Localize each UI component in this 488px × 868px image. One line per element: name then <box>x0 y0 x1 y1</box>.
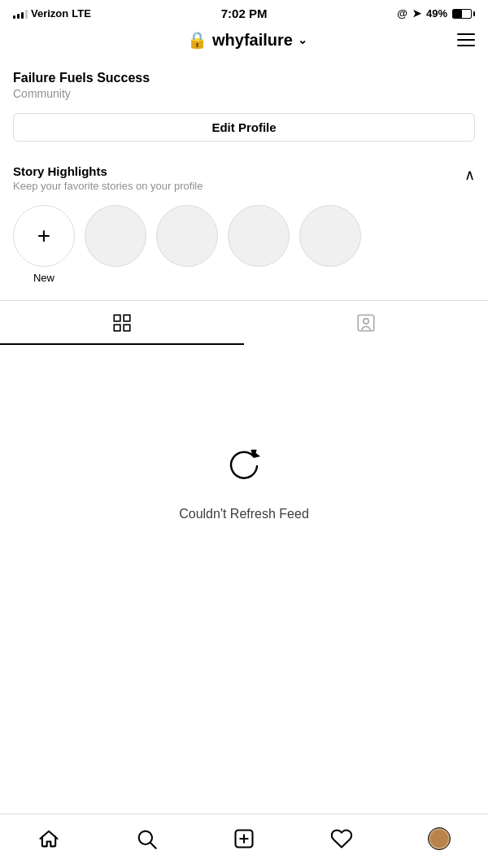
refresh-icon <box>223 445 265 487</box>
menu-line-1 <box>457 33 475 35</box>
bottom-navigation <box>0 813 488 868</box>
new-story-label: New <box>33 272 54 284</box>
network: LTE <box>72 7 91 20</box>
story-new-button[interactable]: + New <box>13 205 75 284</box>
svg-rect-3 <box>124 325 130 331</box>
status-time: 7:02 PM <box>221 7 268 20</box>
svg-rect-0 <box>114 315 120 321</box>
tagged-icon <box>355 312 377 334</box>
error-message: Couldn't Refresh Feed <box>179 507 309 521</box>
nav-activity[interactable] <box>321 822 362 855</box>
nav-home[interactable] <box>28 822 69 855</box>
refresh-icon-wrapper <box>223 445 265 491</box>
highlight-circle-3[interactable] <box>228 205 290 284</box>
menu-line-3 <box>457 45 475 46</box>
svg-point-5 <box>364 319 369 325</box>
nav-new-post[interactable] <box>224 822 264 855</box>
highlight-circle-2[interactable] <box>156 205 218 284</box>
svg-rect-2 <box>114 325 120 331</box>
highlights-title: Story Highlights <box>13 164 464 178</box>
header: 🔒 whyfailure ⌄ <box>0 24 488 58</box>
avatar[interactable] <box>428 827 451 850</box>
highlights-chevron-icon[interactable]: ∧ <box>464 166 475 184</box>
highlight-4[interactable] <box>299 205 361 267</box>
status-bar: Verizon LTE 7:02 PM @ ➤ 49% <box>0 0 488 24</box>
highlight-1[interactable] <box>85 205 146 267</box>
highlights-info: Story Highlights Keep your favorite stor… <box>13 164 464 192</box>
highlight-circle-4[interactable] <box>299 205 361 284</box>
battery-percentage: 49% <box>426 7 447 20</box>
home-icon <box>37 827 60 850</box>
profile-name: Failure Fuels Success <box>13 71 475 85</box>
signal-bars <box>13 9 28 19</box>
svg-rect-4 <box>358 315 374 331</box>
search-icon <box>135 827 158 850</box>
edit-profile-button[interactable]: Edit Profile <box>13 113 475 142</box>
username: whyfailure <box>212 31 293 50</box>
profile-subtitle: Community <box>13 87 475 100</box>
carrier: Verizon <box>31 7 68 20</box>
location-icon: @ <box>397 7 407 20</box>
heart-icon <box>330 827 353 850</box>
avatar-image <box>430 830 448 848</box>
lock-icon: 🔒 <box>187 30 207 50</box>
status-left: Verizon LTE <box>13 7 91 20</box>
profile-section: Failure Fuels Success Community <box>0 58 488 110</box>
svg-line-8 <box>150 843 155 848</box>
svg-marker-6 <box>252 451 255 457</box>
nav-profile[interactable] <box>419 822 460 855</box>
new-post-icon <box>233 827 255 850</box>
tab-grid[interactable] <box>0 301 244 345</box>
grid-icon <box>111 312 133 334</box>
content-tabs <box>0 300 488 345</box>
battery-indicator <box>452 9 475 19</box>
highlight-circle-1[interactable] <box>85 205 146 284</box>
highlights-header: Story Highlights Keep your favorite stor… <box>0 155 488 195</box>
plus-icon: + <box>37 225 50 247</box>
navigation-icon: ➤ <box>412 7 421 20</box>
story-highlights-row: + New <box>0 195 488 300</box>
menu-line-2 <box>457 39 475 41</box>
status-right: @ ➤ 49% <box>397 7 475 20</box>
chevron-down-icon: ⌄ <box>298 33 307 46</box>
svg-rect-1 <box>124 315 130 321</box>
menu-button[interactable] <box>457 33 475 46</box>
tab-tagged[interactable] <box>244 301 488 345</box>
nav-search[interactable] <box>126 822 167 855</box>
highlights-subtitle: Keep your favorite stories on your profi… <box>13 180 464 192</box>
new-story-circle[interactable]: + <box>13 205 75 267</box>
content-area: Couldn't Refresh Feed <box>0 345 488 622</box>
header-title[interactable]: 🔒 whyfailure ⌄ <box>187 30 307 50</box>
highlight-2[interactable] <box>156 205 218 267</box>
highlight-3[interactable] <box>228 205 290 267</box>
